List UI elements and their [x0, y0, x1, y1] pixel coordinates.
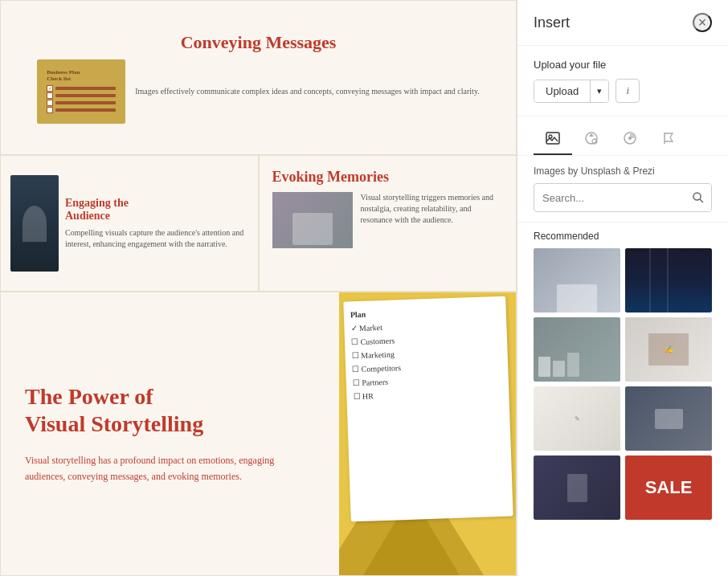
image-grid: ✍ ✎: [534, 248, 712, 520]
panel-header: Insert ×: [517, 0, 728, 46]
slide-4-subtitle: Visual storytelling has a profound impac…: [25, 453, 315, 484]
image-thumb-3[interactable]: [534, 317, 620, 382]
slide-2[interactable]: Engaging theAudience Compelling visuals …: [0, 155, 259, 292]
svg-point-5: [628, 137, 632, 140]
search-input[interactable]: [534, 186, 685, 210]
slide-4-image: Plan ✓ Market ☐ Customers ☐ Marketing ☐ …: [339, 292, 516, 575]
image-thumb-5[interactable]: ✎: [534, 386, 620, 451]
svg-rect-0: [546, 133, 559, 144]
slide-2-image: [10, 175, 59, 272]
slide-2-text-block: Engaging theAudience Compelling visuals …: [65, 197, 248, 250]
recommended-section: Recommended: [517, 223, 728, 523]
tab-flags[interactable]: [649, 123, 688, 155]
slide-3-text: Visual storytelling triggers memories an…: [361, 192, 504, 226]
presentation-panel: ‹ Conveying Messages Business PlanCheck …: [0, 0, 517, 576]
slide-1[interactable]: Conveying Messages Business PlanCheck li…: [0, 0, 517, 155]
slide-2-title: Engaging theAudience: [65, 197, 248, 223]
icon-tabs: [517, 116, 728, 156]
slide-2-text: Compelling visuals capture the audience'…: [65, 227, 248, 250]
image-thumb-8[interactable]: SALE: [625, 455, 712, 520]
upload-dropdown-button[interactable]: ▾: [590, 80, 608, 102]
tab-images[interactable]: [534, 123, 572, 155]
images-by-label: Images by Unsplash & Prezi: [534, 165, 712, 177]
slide-3-title: Evoking Memories: [272, 169, 504, 186]
tab-stickers[interactable]: [611, 123, 649, 155]
slide-1-content: Business PlanCheck list ✓ Images effecti…: [37, 59, 479, 124]
upload-button[interactable]: Upload: [534, 80, 590, 102]
info-button[interactable]: i: [616, 79, 640, 103]
upload-label: Upload your file: [534, 59, 712, 71]
sale-text: SALE: [645, 477, 693, 498]
tab-shapes[interactable]: [572, 123, 611, 155]
slide-3-content: Visual storytelling triggers memories an…: [272, 192, 504, 248]
slide-3-image: [272, 192, 353, 248]
search-box: [534, 183, 712, 212]
slide-grid: Conveying Messages Business PlanCheck li…: [0, 0, 517, 576]
slide-1-title: Conveying Messages: [181, 32, 337, 53]
slide-4[interactable]: The Power ofVisual Storytelling Visual s…: [0, 292, 517, 576]
slide-4-title: The Power ofVisual Storytelling: [25, 383, 315, 437]
svg-line-8: [700, 199, 703, 202]
upload-section: Upload your file Upload ▾ i: [517, 46, 728, 116]
slide-1-text: Images effectively communicate complex i…: [135, 86, 479, 97]
image-thumb-1[interactable]: [534, 248, 620, 313]
image-thumb-2[interactable]: [625, 248, 712, 313]
recommended-label: Recommended: [534, 231, 712, 242]
svg-point-1: [549, 135, 552, 138]
slide-1-image: Business PlanCheck list ✓: [37, 59, 125, 124]
close-button[interactable]: ×: [693, 13, 712, 32]
search-button[interactable]: [685, 184, 711, 211]
image-thumb-4[interactable]: ✍: [625, 317, 712, 382]
svg-point-7: [693, 193, 701, 200]
slide-4-text-block: The Power ofVisual Storytelling Visual s…: [1, 292, 339, 575]
search-section: Images by Unsplash & Prezi: [517, 156, 728, 223]
insert-panel: Insert × Upload your file Upload ▾ i: [517, 0, 728, 576]
slide-3[interactable]: Evoking Memories Visual storytelling tri…: [259, 155, 517, 292]
image-thumb-7[interactable]: [534, 455, 620, 520]
upload-row: Upload ▾ i: [534, 79, 712, 103]
panel-title: Insert: [534, 14, 570, 31]
upload-button-group: Upload ▾: [534, 80, 609, 103]
image-thumb-6[interactable]: [625, 386, 712, 451]
